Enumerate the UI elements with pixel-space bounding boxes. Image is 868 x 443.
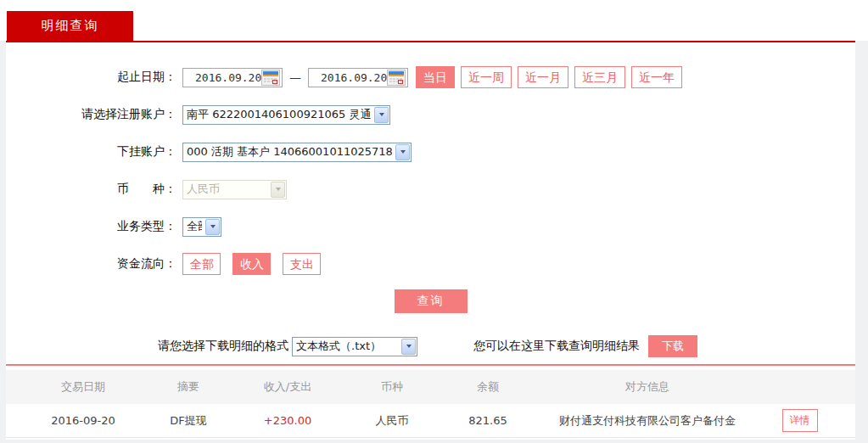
quick-range-3months-button[interactable]: 近三月 xyxy=(574,66,625,88)
download-format-label: 请您选择下载明细的格式 xyxy=(158,339,288,354)
chevron-down-icon[interactable] xyxy=(374,107,389,123)
fund-direction-expense-button[interactable]: 支出 xyxy=(283,253,321,275)
currency-select: 人民币 xyxy=(182,180,287,199)
business-type-row: 业务类型： 全部 xyxy=(6,208,855,245)
chevron-down-icon xyxy=(271,182,285,198)
download-hint-text: 您可以在这里下载查询明细结果 xyxy=(473,339,640,354)
sub-account-row: 下挂账户： 000 活期 基本户 1406600101102571848 xyxy=(6,133,855,171)
chevron-down-icon[interactable] xyxy=(395,144,410,160)
chevron-down-icon[interactable] xyxy=(205,219,220,235)
header-counterparty: 对方信息 xyxy=(551,379,744,395)
business-type-value: 全部 xyxy=(187,219,202,234)
sub-account-value: 000 活期 基本户 1406600101102571848 xyxy=(187,144,392,160)
cell-counterparty: 财付通支付科技有限公司客户备付金 xyxy=(551,413,744,429)
tab-detail-query[interactable]: 明细查询 xyxy=(7,11,133,41)
fund-direction-label: 资金流向： xyxy=(6,256,182,272)
fund-direction-all-button[interactable]: 全部 xyxy=(182,253,221,275)
calendar-icon[interactable] xyxy=(261,70,280,86)
query-button-row: 查询 xyxy=(6,289,855,313)
download-row: 请您选择下载明细的格式 文本格式（.txt） 您可以在这里下载查询明细结果 下载 xyxy=(6,335,855,357)
date-range-row: 起止日期： 2016.09.20 — 2016.09.20 xyxy=(6,59,855,96)
start-date-input[interactable]: 2016.09.20 xyxy=(182,68,283,87)
query-button[interactable]: 查询 xyxy=(395,289,468,313)
fund-direction-row: 资金流向： 全部 收入 支出 xyxy=(6,245,855,283)
detail-button[interactable]: 详情 xyxy=(782,409,818,432)
business-type-select[interactable]: 全部 xyxy=(182,217,221,237)
calendar-icon[interactable] xyxy=(387,70,406,86)
download-button[interactable]: 下载 xyxy=(648,335,697,357)
results-table: 交易日期 摘要 收入/支出 币种 余额 对方信息 2016-09-20 DF提现… xyxy=(6,370,855,438)
cell-date: 2016-09-20 xyxy=(6,414,160,427)
register-account-select[interactable]: 南平 6222001406100921065 灵通卡 xyxy=(182,105,390,125)
start-date-value: 2016.09.20 xyxy=(195,71,261,84)
sub-account-select[interactable]: 000 活期 基本户 1406600101102571848 xyxy=(182,143,412,162)
cell-balance: 821.65 xyxy=(425,414,551,427)
download-format-select[interactable]: 文本格式（.txt） xyxy=(292,337,417,356)
register-account-value: 南平 6222001406100921065 灵通卡 xyxy=(187,107,371,122)
cell-summary: DF提现 xyxy=(160,413,216,429)
header-date: 交易日期 xyxy=(6,379,160,395)
fund-direction-income-button[interactable]: 收入 xyxy=(232,253,271,275)
header-summary: 摘要 xyxy=(160,379,216,395)
cell-action: 详情 xyxy=(744,409,855,432)
end-date-value: 2016.09.20 xyxy=(321,71,387,84)
currency-row: 币 种： 人民币 xyxy=(6,171,855,208)
chevron-down-icon[interactable] xyxy=(401,339,416,355)
quick-range-today-button[interactable]: 当日 xyxy=(416,66,455,88)
quick-range-week-button[interactable]: 近一周 xyxy=(461,66,512,88)
date-range-label: 起止日期： xyxy=(6,70,182,85)
quick-range-year-button[interactable]: 近一年 xyxy=(631,66,682,88)
table-header-row: 交易日期 摘要 收入/支出 币种 余额 对方信息 xyxy=(6,370,855,404)
fund-direction-buttons: 全部 收入 支出 xyxy=(182,253,321,275)
cell-currency: 人民币 xyxy=(359,413,425,429)
currency-label: 币 种： xyxy=(6,182,182,197)
quick-range-buttons: 当日 近一周 近一月 近三月 近一年 xyxy=(416,66,682,88)
currency-value: 人民币 xyxy=(187,182,267,197)
date-range-separator: — xyxy=(289,70,301,84)
tab-label: 明细查询 xyxy=(42,18,99,34)
quick-range-month-button[interactable]: 近一月 xyxy=(518,66,568,88)
sub-account-label: 下挂账户： xyxy=(6,144,182,160)
table-top-divider xyxy=(6,364,855,366)
end-date-input[interactable]: 2016.09.20 xyxy=(308,68,408,87)
table-row: 2016-09-20 DF提现 +230.00 人民币 821.65 财付通支付… xyxy=(6,404,855,438)
header-balance: 余额 xyxy=(425,379,551,395)
business-type-label: 业务类型： xyxy=(6,219,182,234)
query-panel: 起止日期： 2016.09.20 — 2016.09.20 xyxy=(6,42,855,440)
cell-amount: +230.00 xyxy=(216,414,359,427)
register-account-row: 请选择注册账户： 南平 6222001406100921065 灵通卡 xyxy=(6,96,855,133)
header-currency: 币种 xyxy=(359,379,425,395)
download-format-value: 文本格式（.txt） xyxy=(296,339,398,354)
register-account-label: 请选择注册账户： xyxy=(6,107,182,122)
header-amount: 收入/支出 xyxy=(216,379,359,395)
